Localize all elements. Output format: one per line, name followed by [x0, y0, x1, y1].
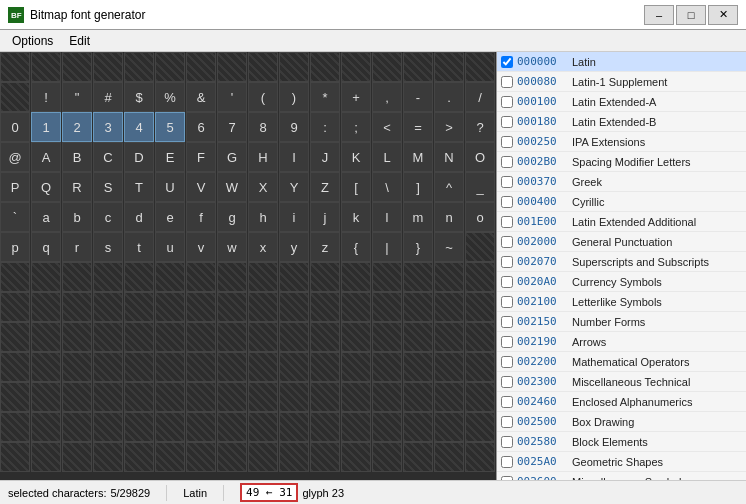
minimize-button[interactable]: – — [644, 5, 674, 25]
char-cell[interactable] — [186, 352, 216, 382]
char-cell[interactable] — [279, 382, 309, 412]
sidebar-item[interactable]: 000100Latin Extended-A — [497, 92, 746, 112]
sidebar-checkbox[interactable] — [501, 396, 513, 408]
char-cell[interactable] — [93, 52, 123, 82]
sidebar-checkbox[interactable] — [501, 96, 513, 108]
char-cell[interactable]: = — [403, 112, 433, 142]
sidebar-item[interactable]: 002600Miscellaneous Symbols — [497, 472, 746, 480]
char-cell[interactable]: o — [465, 202, 495, 232]
char-cell[interactable] — [341, 292, 371, 322]
sidebar-item[interactable]: 000370Greek — [497, 172, 746, 192]
char-cell[interactable] — [434, 292, 464, 322]
char-cell[interactable] — [217, 382, 247, 412]
char-cell[interactable] — [465, 442, 495, 472]
char-cell[interactable]: i — [279, 202, 309, 232]
char-cell[interactable] — [31, 352, 61, 382]
sidebar-item[interactable]: 000250IPA Extensions — [497, 132, 746, 152]
char-cell[interactable]: 6 — [186, 112, 216, 142]
char-cell[interactable]: V — [186, 172, 216, 202]
char-cell[interactable] — [248, 442, 278, 472]
char-cell[interactable] — [62, 412, 92, 442]
char-cell[interactable]: 5 — [155, 112, 185, 142]
char-cell[interactable]: e — [155, 202, 185, 232]
char-cell[interactable] — [248, 322, 278, 352]
char-cell[interactable] — [372, 322, 402, 352]
char-cell[interactable]: P — [0, 172, 30, 202]
char-cell[interactable] — [403, 322, 433, 352]
char-cell[interactable] — [62, 292, 92, 322]
char-cell[interactable] — [372, 352, 402, 382]
char-cell[interactable]: p — [0, 232, 30, 262]
char-cell[interactable] — [248, 352, 278, 382]
char-cell[interactable] — [0, 292, 30, 322]
char-cell[interactable] — [465, 352, 495, 382]
char-cell[interactable]: I — [279, 142, 309, 172]
char-cell[interactable] — [62, 352, 92, 382]
sidebar-item[interactable]: 000400Cyrillic — [497, 192, 746, 212]
char-cell[interactable] — [434, 352, 464, 382]
char-cell[interactable]: S — [93, 172, 123, 202]
char-cell[interactable] — [341, 52, 371, 82]
char-cell[interactable]: 4 — [124, 112, 154, 142]
char-cell[interactable]: T — [124, 172, 154, 202]
char-cell[interactable] — [217, 442, 247, 472]
char-cell[interactable] — [403, 52, 433, 82]
sidebar-checkbox[interactable] — [501, 176, 513, 188]
char-cell[interactable] — [186, 322, 216, 352]
sidebar-item[interactable]: 002070Superscripts and Subscripts — [497, 252, 746, 272]
char-cell[interactable]: m — [403, 202, 433, 232]
char-cell[interactable] — [186, 442, 216, 472]
sidebar-item[interactable]: 0002B0Spacing Modifier Letters — [497, 152, 746, 172]
sidebar-item[interactable]: 002460Enclosed Alphanumerics — [497, 392, 746, 412]
char-cell[interactable] — [248, 52, 278, 82]
char-cell[interactable] — [31, 412, 61, 442]
char-cell[interactable]: s — [93, 232, 123, 262]
sidebar-checkbox[interactable] — [501, 356, 513, 368]
char-cell[interactable]: d — [124, 202, 154, 232]
char-cell[interactable] — [31, 442, 61, 472]
char-cell[interactable]: k — [341, 202, 371, 232]
maximize-button[interactable]: □ — [676, 5, 706, 25]
char-cell[interactable]: ^ — [434, 172, 464, 202]
char-cell[interactable] — [217, 52, 247, 82]
char-cell[interactable] — [155, 382, 185, 412]
char-cell[interactable] — [186, 292, 216, 322]
char-cell[interactable] — [124, 412, 154, 442]
char-cell[interactable] — [0, 412, 30, 442]
char-cell[interactable]: f — [186, 202, 216, 232]
char-cell[interactable]: @ — [0, 142, 30, 172]
char-cell[interactable] — [341, 442, 371, 472]
sidebar-checkbox[interactable] — [501, 276, 513, 288]
char-cell[interactable] — [124, 352, 154, 382]
char-cell[interactable] — [310, 262, 340, 292]
char-cell[interactable]: y — [279, 232, 309, 262]
char-cell[interactable]: h — [248, 202, 278, 232]
char-cell[interactable]: & — [186, 82, 216, 112]
char-cell[interactable]: ` — [0, 202, 30, 232]
char-cell[interactable] — [248, 292, 278, 322]
char-cell[interactable] — [124, 262, 154, 292]
char-cell[interactable] — [155, 322, 185, 352]
char-cell[interactable] — [124, 382, 154, 412]
char-cell[interactable]: D — [124, 142, 154, 172]
char-cell[interactable] — [403, 352, 433, 382]
sidebar-checkbox[interactable] — [501, 116, 513, 128]
char-cell[interactable]: C — [93, 142, 123, 172]
char-cell[interactable]: 9 — [279, 112, 309, 142]
char-cell[interactable] — [217, 412, 247, 442]
sidebar-item[interactable]: 002000General Punctuation — [497, 232, 746, 252]
char-cell[interactable] — [217, 262, 247, 292]
char-cell[interactable]: ! — [31, 82, 61, 112]
char-cell[interactable]: x — [248, 232, 278, 262]
sidebar-item[interactable]: 002100Letterlike Symbols — [497, 292, 746, 312]
char-cell[interactable] — [279, 52, 309, 82]
char-cell[interactable] — [434, 442, 464, 472]
char-cell[interactable] — [465, 52, 495, 82]
char-cell[interactable] — [217, 352, 247, 382]
char-cell[interactable] — [372, 382, 402, 412]
sidebar-checkbox[interactable] — [501, 256, 513, 268]
sidebar-checkbox[interactable] — [501, 296, 513, 308]
char-cell[interactable] — [155, 352, 185, 382]
sidebar-item[interactable]: 002150Number Forms — [497, 312, 746, 332]
char-cell[interactable]: B — [62, 142, 92, 172]
